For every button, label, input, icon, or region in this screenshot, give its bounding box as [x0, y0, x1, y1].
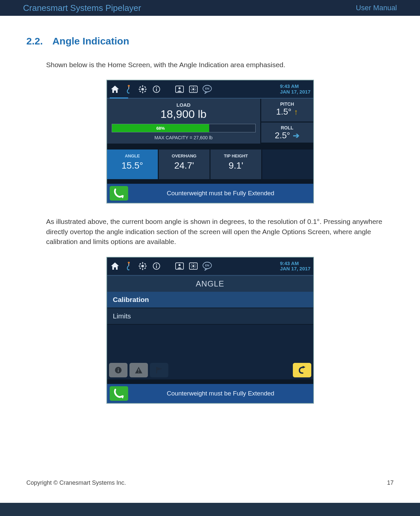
svg-point-17: [192, 88, 194, 90]
home-icon[interactable]: [110, 261, 120, 271]
svg-rect-3: [142, 85, 143, 87]
language-icon[interactable]: EN: [202, 84, 212, 95]
svg-rect-13: [156, 89, 156, 91]
load-label: LOAD: [107, 102, 260, 108]
max-capacity-label: MAX CAPACITY = 27,600 lb: [112, 135, 256, 140]
svg-text:EN: EN: [205, 87, 209, 90]
angle-label: ANGLE: [107, 153, 158, 158]
paragraph-2: As illustrated above, the current boom a…: [46, 217, 394, 247]
svg-rect-33: [139, 266, 140, 267]
intro-paragraph: Shown below is the Home Screen, with the…: [46, 60, 394, 70]
bottom-strip: [0, 503, 420, 516]
pitch-panel[interactable]: PITCH 1.5°↑: [261, 99, 313, 122]
svg-point-40: [156, 264, 157, 265]
language-icon[interactable]: EN: [202, 261, 212, 271]
copyright-text: Copyright © Cranesmart Systems Inc.: [26, 479, 126, 486]
time-label: 9:43 AM: [280, 84, 311, 89]
svg-line-23: [195, 91, 195, 91]
flag-chip-icon[interactable]: [150, 363, 168, 377]
capacity-bar: 68%: [112, 124, 256, 132]
pitch-value: 1.5°: [276, 107, 292, 117]
info-chip-icon[interactable]: [109, 363, 127, 377]
empty-tile: [262, 149, 313, 179]
brightness-icon[interactable]: [188, 261, 199, 271]
tipheight-value: 9.1': [210, 160, 261, 171]
counterweight-icon: [110, 186, 128, 201]
app-topbar: EN 9:43 AM JAN 17, 2017: [107, 80, 313, 99]
home-icon[interactable]: [110, 84, 120, 95]
svg-line-25: [191, 91, 192, 91]
svg-rect-57: [118, 368, 119, 369]
status-message-text: Counterweight must be Fully Extended: [128, 190, 313, 197]
arrow-right-icon: ➔: [293, 131, 299, 140]
doc-right-label: User Manual: [356, 4, 397, 12]
empty-area: [107, 325, 313, 361]
limits-item[interactable]: Limits: [107, 308, 313, 325]
warning-chip-icon[interactable]: [129, 363, 148, 377]
svg-line-53: [191, 267, 192, 268]
svg-point-2: [141, 88, 144, 91]
svg-rect-60: [138, 372, 139, 372]
section-heading: 2.2. Angle Indication: [26, 36, 394, 47]
pitch-label: PITCH: [261, 99, 313, 107]
tipheight-tile[interactable]: TIP HEIGHT 9.1': [210, 149, 262, 179]
time-label: 9:43 AM: [280, 261, 311, 266]
document-header: Cranesmart Systems Pipelayer User Manual: [0, 0, 420, 16]
roll-panel[interactable]: ROLL 2.5°➔: [261, 122, 313, 144]
doc-title: Cranesmart Systems Pipelayer: [23, 3, 141, 13]
calibration-item[interactable]: Calibration: [107, 292, 313, 308]
svg-line-22: [191, 87, 192, 88]
capacity-percent: 68%: [156, 126, 165, 131]
gear-icon[interactable]: [137, 84, 148, 95]
info-icon[interactable]: [151, 261, 162, 271]
svg-line-51: [195, 267, 195, 268]
svg-point-45: [192, 265, 194, 267]
tile-row: ANGLE 15.5° OVERHANG 24.7' TIP HEIGHT 9.…: [107, 149, 313, 179]
svg-rect-8: [144, 86, 146, 88]
capacity-panel[interactable]: 68% MAX CAPACITY = 27,600 lb: [107, 122, 261, 144]
overhang-tile[interactable]: OVERHANG 24.7': [159, 149, 210, 179]
overhang-label: OVERHANG: [159, 153, 210, 158]
svg-rect-29: [128, 263, 129, 266]
capacity-bar-fill: 68%: [112, 124, 210, 132]
home-screen-screenshot: EN 9:43 AM JAN 17, 2017 LOAD 18,900 lb P…: [106, 80, 314, 204]
angle-options-list: Calibration Limits: [107, 292, 313, 325]
datetime-display: 9:43 AM JAN 17, 2017: [280, 261, 311, 272]
brightness-icon[interactable]: [188, 84, 199, 95]
hook-icon[interactable]: [124, 84, 134, 95]
date-label: JAN 17, 2017: [280, 89, 311, 95]
svg-rect-61: [156, 367, 157, 373]
svg-rect-32: [142, 268, 143, 270]
angle-tile[interactable]: ANGLE 15.5°: [107, 149, 159, 179]
svg-rect-1: [128, 87, 129, 89]
load-panel[interactable]: LOAD 18,900 lb: [107, 99, 261, 122]
status-message-bar: Counterweight must be Fully Extended: [107, 184, 313, 203]
gear-icon[interactable]: [137, 261, 148, 271]
roll-value: 2.5°: [275, 130, 290, 141]
svg-rect-59: [138, 369, 139, 371]
svg-point-30: [141, 265, 144, 267]
svg-text:EN: EN: [205, 264, 209, 267]
svg-rect-5: [139, 89, 140, 90]
load-value: 18,900 lb: [107, 108, 260, 121]
app-topbar-2: EN 9:43 AM JAN 17, 2017: [107, 258, 313, 276]
svg-line-52: [195, 264, 195, 265]
svg-point-12: [156, 87, 157, 88]
svg-rect-6: [145, 89, 147, 90]
svg-line-24: [195, 87, 195, 88]
page-number: 17: [387, 479, 394, 486]
tipheight-label: TIP HEIGHT: [210, 153, 261, 158]
svg-rect-35: [139, 263, 141, 265]
hook-icon[interactable]: [124, 261, 134, 271]
info-icon[interactable]: [151, 84, 162, 95]
operator-icon[interactable]: [174, 261, 185, 271]
operator-icon[interactable]: [174, 84, 185, 95]
back-button[interactable]: [293, 363, 311, 377]
overhang-value: 24.7': [159, 160, 210, 171]
svg-rect-9: [139, 91, 141, 93]
svg-rect-38: [144, 267, 146, 269]
svg-point-15: [178, 87, 180, 89]
svg-line-50: [191, 264, 192, 265]
datetime-display: 9:43 AM JAN 17, 2017: [280, 84, 311, 95]
document-footer: Copyright © Cranesmart Systems Inc. 17: [26, 479, 394, 486]
